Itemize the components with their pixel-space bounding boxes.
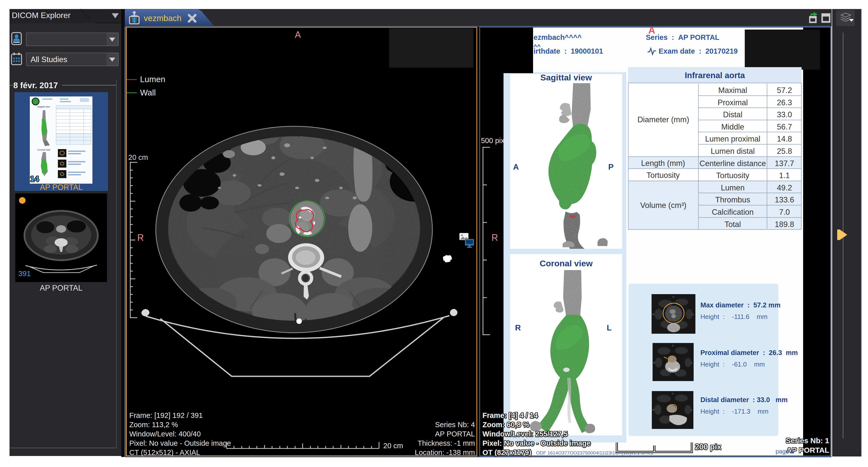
svg-text:L: L	[691, 409, 692, 411]
svg-text:R: R	[653, 362, 655, 364]
svg-text:Coronal view: Coronal view	[37, 149, 51, 151]
svg-text:391: 391	[18, 269, 31, 278]
svg-text:R: R	[653, 313, 654, 316]
svg-text:A: A	[672, 392, 673, 395]
svg-text:L: L	[693, 313, 694, 316]
svg-text:A: A	[673, 295, 674, 298]
svg-text:Sagittal view: Sagittal view	[37, 105, 50, 108]
svg-text:R: R	[653, 409, 654, 411]
svg-text:L: L	[691, 362, 692, 364]
svg-text:P: P	[673, 330, 674, 333]
svg-text:A: A	[672, 344, 674, 347]
